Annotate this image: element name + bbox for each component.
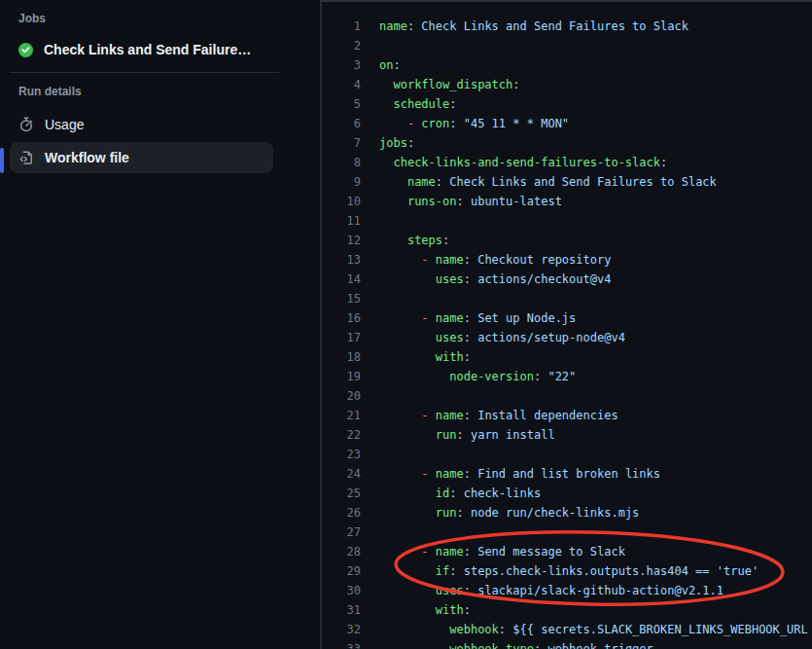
code-line: 8 check-links-and-send-failures-to-slack…	[322, 153, 812, 172]
line-number: 14	[322, 270, 361, 289]
code-line: 5 schedule:	[322, 94, 812, 114]
code-text: jobs:	[361, 133, 414, 153]
line-number: 2	[322, 36, 361, 55]
code-lines: 1name: Check Links and Send Failures to …	[322, 17, 812, 649]
line-number: 7	[322, 133, 361, 153]
code-line: 32 webhook: ${{ secrets.SLACK_BROKEN_LIN…	[322, 620, 812, 639]
sidebar-divider	[10, 72, 279, 73]
line-number: 15	[322, 289, 361, 308]
sidebar-item-usage[interactable]: Usage	[10, 109, 273, 140]
code-line: 25 id: check-links	[322, 484, 812, 503]
sidebar-item-label: Usage	[45, 117, 84, 132]
code-text: schedule:	[361, 94, 456, 114]
code-line: 17 uses: actions/setup-node@v4	[322, 328, 812, 347]
line-number: 3	[322, 55, 361, 75]
stopwatch-icon	[18, 117, 34, 132]
sidebar-item-job-check-links[interactable]: Check Links and Send Failure…	[18, 42, 310, 57]
code-line: 4 workflow_dispatch:	[322, 75, 812, 94]
code-text: node-version: "22"	[361, 367, 576, 386]
run-details-nav: Usage Workflow file	[0, 109, 320, 173]
code-text	[361, 289, 379, 308]
code-text: uses: actions/checkout@v4	[361, 270, 611, 289]
code-text: steps:	[361, 231, 449, 250]
code-line: 24 - name: Find and list broken links	[322, 464, 812, 484]
code-text	[361, 386, 379, 406]
code-text: - name: Checkout repository	[361, 250, 611, 270]
code-text: on:	[361, 55, 401, 75]
code-line: 16 - name: Set up Node.js	[322, 308, 812, 328]
code-line: 19 node-version: "22"	[322, 367, 812, 386]
code-line: 1name: Check Links and Send Failures to …	[322, 17, 812, 36]
code-text: webhook-type: webhook-trigger	[361, 639, 653, 649]
workflow-file-viewer[interactable]: 1name: Check Links and Send Failures to …	[321, 0, 812, 649]
line-number: 6	[322, 114, 361, 133]
line-number: 4	[322, 75, 361, 94]
sidebar-item-workflow-file[interactable]: Workflow file	[10, 142, 273, 173]
line-number: 31	[322, 600, 361, 620]
code-line: 12 steps:	[322, 231, 812, 250]
code-line: 20	[322, 386, 812, 406]
code-text: name: Check Links and Send Failures to S…	[361, 17, 688, 36]
code-line: 21 - name: Install dependencies	[322, 406, 812, 425]
run-sidebar: Jobs Check Links and Send Failure… Run d…	[0, 0, 321, 649]
line-number: 27	[322, 523, 361, 542]
code-line: 27	[322, 523, 812, 542]
line-number: 22	[322, 425, 361, 445]
code-text: workflow_dispatch:	[361, 75, 520, 94]
line-number: 9	[322, 172, 361, 192]
jobs-header: Jobs	[18, 12, 320, 25]
run-details-header: Run details	[18, 85, 320, 98]
success-check-icon	[18, 43, 33, 57]
line-number: 13	[322, 250, 361, 270]
code-text: check-links-and-send-failures-to-slack:	[361, 153, 667, 172]
code-line: 18 with:	[322, 347, 812, 367]
code-line: 15	[322, 289, 812, 308]
line-number: 28	[322, 542, 361, 561]
line-number: 12	[322, 231, 361, 250]
code-line: 22 run: yarn install	[322, 425, 812, 445]
code-line: 13 - name: Checkout repository	[322, 250, 812, 270]
line-number: 26	[322, 503, 361, 523]
code-line: 29 if: steps.check-links.outputs.has404 …	[322, 561, 812, 581]
selected-item-accent-bar	[0, 148, 4, 173]
line-number: 33	[322, 639, 361, 649]
line-number: 30	[322, 581, 361, 600]
code-line: 6 - cron: "45 11 * * MON"	[322, 114, 812, 133]
code-line: 9 name: Check Links and Send Failures to…	[322, 172, 812, 192]
line-number: 16	[322, 308, 361, 328]
line-number: 20	[322, 386, 361, 406]
code-text: if: steps.check-links.outputs.has404 == …	[361, 561, 759, 581]
sidebar-item-label: Workflow file	[45, 150, 129, 165]
code-line: 2	[322, 36, 812, 55]
code-text	[361, 523, 379, 542]
file-code-icon	[18, 150, 34, 165]
line-number: 17	[322, 328, 361, 347]
code-text: with:	[361, 600, 471, 620]
job-name-label: Check Links and Send Failure…	[44, 42, 251, 57]
code-text	[361, 36, 379, 55]
code-text: run: yarn install	[361, 425, 555, 445]
code-line: 33 webhook-type: webhook-trigger	[322, 639, 812, 649]
code-line: 10 runs-on: ubuntu-latest	[322, 192, 812, 211]
code-text: id: check-links	[361, 484, 541, 503]
code-text: with:	[361, 347, 471, 367]
code-text: run: node run/check-links.mjs	[361, 503, 639, 523]
line-number: 32	[322, 620, 361, 639]
code-text: - name: Set up Node.js	[361, 308, 576, 328]
code-line: 7jobs:	[322, 133, 812, 153]
code-text	[361, 211, 379, 231]
line-number: 29	[322, 561, 361, 581]
line-number: 24	[322, 464, 361, 484]
code-text: - cron: "45 11 * * MON"	[361, 114, 569, 133]
line-number: 19	[322, 367, 361, 386]
code-text: - name: Find and list broken links	[361, 464, 660, 484]
code-text	[361, 445, 379, 464]
code-text: webhook: ${{ secrets.SLACK_BROKEN_LINKS_…	[361, 620, 808, 639]
line-number: 18	[322, 347, 361, 367]
code-text: runs-on: ubuntu-latest	[361, 192, 562, 211]
line-number: 21	[322, 406, 361, 425]
code-line: 31 with:	[322, 600, 812, 620]
code-line: 11	[322, 211, 812, 231]
code-line: 28 - name: Send message to Slack	[322, 542, 812, 561]
code-line: 23	[322, 445, 812, 464]
